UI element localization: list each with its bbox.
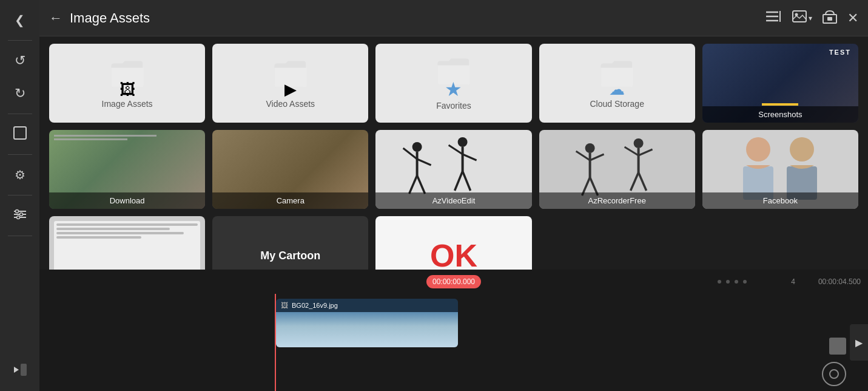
close-icon: ✕	[847, 10, 858, 26]
timeline-clip[interactable]: 🖼 BG02_16v9.jpg	[276, 299, 458, 347]
whatsapp-thumbnail	[49, 216, 205, 270]
timeline-collapse-button[interactable]: ▶	[850, 324, 868, 361]
clip-name: BG02_16v9.jpg	[292, 302, 338, 309]
folder-cloud-storage[interactable]: ☁ Cloud Storage	[539, 44, 695, 123]
media-tile-azvideoedit[interactable]: AzVideoEdit	[375, 130, 531, 209]
undo-icon: ↺	[15, 53, 25, 69]
screenshots-test-text: TEST	[829, 49, 851, 56]
svg-rect-7	[21, 364, 27, 376]
svg-line-39	[630, 172, 638, 191]
svg-line-28	[463, 171, 471, 191]
redo-button[interactable]: ↻	[5, 78, 35, 109]
svg-line-22	[417, 175, 425, 194]
record-button[interactable]	[822, 362, 846, 386]
video-assets-label: Video Assets	[266, 99, 315, 109]
snapshot-indicator	[829, 338, 846, 355]
timeline-header: 00:00:00.000 4 00:00:04.500	[39, 270, 868, 294]
export-icon	[12, 362, 28, 381]
timeline-dot-1	[718, 280, 721, 284]
svg-line-27	[455, 171, 463, 191]
download-label: Download	[49, 192, 205, 209]
collapse-right-icon: ▶	[855, 337, 863, 348]
favorites-symbol: ★	[445, 78, 462, 101]
timeline-track[interactable]: 🖼 BG02_16v9.jpg ▶	[39, 294, 868, 391]
media-tile-facebook[interactable]: Facebook	[702, 130, 858, 209]
list-view-button[interactable]	[765, 10, 782, 26]
svg-point-43	[790, 137, 814, 162]
adjust-button[interactable]	[5, 200, 35, 231]
screenshots-yellow-bar	[762, 103, 798, 106]
image-assets-label: Image Assets	[102, 99, 153, 109]
svg-rect-16	[827, 17, 832, 21]
header: ← Image Assets	[39, 0, 868, 36]
folder-favorites[interactable]: ★ Favorites	[375, 44, 531, 123]
svg-point-35	[633, 138, 643, 148]
media-tile-mycartoon[interactable]: My Cartoon	[212, 216, 368, 270]
svg-line-31	[576, 151, 590, 160]
timeline-area: 00:00:00.000 4 00:00:04.500 🖼 BG02_16v9.…	[39, 270, 868, 391]
record-inner-circle	[829, 369, 839, 379]
sidebar-back-button[interactable]: ❮	[5, 5, 35, 35]
folder-screenshots[interactable]: TEST Screenshots	[702, 44, 858, 123]
sidebar-divider-1	[8, 40, 32, 41]
store-icon	[822, 8, 838, 27]
media-tile-whatsapp-animated[interactable]: OK WhatsApp Animated	[375, 216, 531, 270]
timeline-end-time: 00:00:04.500	[818, 277, 861, 286]
settings-icon: ⚙	[15, 168, 25, 182]
playhead-time: 00:00:00.000	[426, 275, 481, 288]
clip-image-icon: 🖼	[281, 301, 288, 310]
list-icon	[765, 10, 782, 26]
svg-point-6	[16, 216, 19, 219]
timeline-dot-3	[735, 280, 738, 284]
svg-point-5	[19, 212, 22, 216]
sidebar: ❮ ↺ ↻ ⚙	[0, 0, 39, 391]
camera-label: Camera	[212, 192, 368, 209]
svg-line-37	[624, 147, 638, 155]
dropdown-chevron-icon: ▾	[809, 14, 812, 22]
main-panel: ← Image Assets	[39, 0, 868, 391]
svg-point-17	[412, 142, 422, 152]
media-tile-camera[interactable]: Camera	[212, 130, 368, 209]
header-back-icon: ←	[49, 10, 62, 25]
settings-button[interactable]: ⚙	[5, 160, 35, 190]
media-tile-azrecorderfree[interactable]: AzRecorderFree	[539, 130, 695, 209]
image-assets-symbol: 🖼	[119, 80, 135, 99]
video-assets-symbol: ▶	[284, 80, 297, 99]
mycartoon-thumbnail: My Cartoon	[212, 216, 368, 270]
image-filter-button[interactable]: ▾	[792, 10, 812, 26]
image-icon	[792, 10, 807, 26]
svg-line-20	[417, 159, 431, 165]
cloud-storage-symbol: ☁	[609, 80, 625, 99]
svg-rect-0	[14, 127, 26, 139]
sidebar-divider-2	[8, 114, 32, 114]
header-icons: ▾ ✕	[765, 8, 858, 27]
back-icon: ❮	[15, 13, 25, 27]
svg-line-26	[463, 154, 477, 160]
store-button[interactable]	[822, 8, 838, 27]
svg-line-38	[638, 149, 652, 155]
undo-button[interactable]: ↺	[5, 46, 35, 76]
svg-point-41	[746, 137, 770, 162]
crop-button[interactable]	[5, 119, 35, 149]
asset-grid-area: 🖼 Image Assets ▶ Video Assets ★ Fav	[39, 36, 868, 270]
media-tile-whatsapp[interactable]: WhatsApp	[49, 216, 205, 270]
sidebar-divider-5	[8, 236, 32, 236]
cloud-storage-label: Cloud Storage	[590, 99, 644, 109]
svg-point-23	[458, 137, 468, 147]
folder-image-assets[interactable]: 🖼 Image Assets	[49, 44, 205, 123]
adjust-icon	[12, 206, 28, 225]
svg-point-4	[15, 209, 18, 212]
sidebar-divider-3	[8, 154, 32, 155]
header-back-button[interactable]: ←	[49, 10, 62, 26]
export-button[interactable]	[5, 356, 35, 386]
folder-video-assets[interactable]: ▶ Video Assets	[212, 44, 368, 123]
svg-marker-8	[14, 367, 19, 373]
crop-icon	[12, 125, 28, 144]
sidebar-divider-4	[8, 195, 32, 195]
media-tile-download[interactable]: Download	[49, 130, 205, 209]
redo-icon: ↻	[15, 86, 25, 101]
timeline-dot-2	[726, 280, 730, 284]
svg-line-25	[449, 145, 463, 154]
clip-thumbnail	[276, 312, 458, 347]
close-button[interactable]: ✕	[847, 10, 858, 26]
